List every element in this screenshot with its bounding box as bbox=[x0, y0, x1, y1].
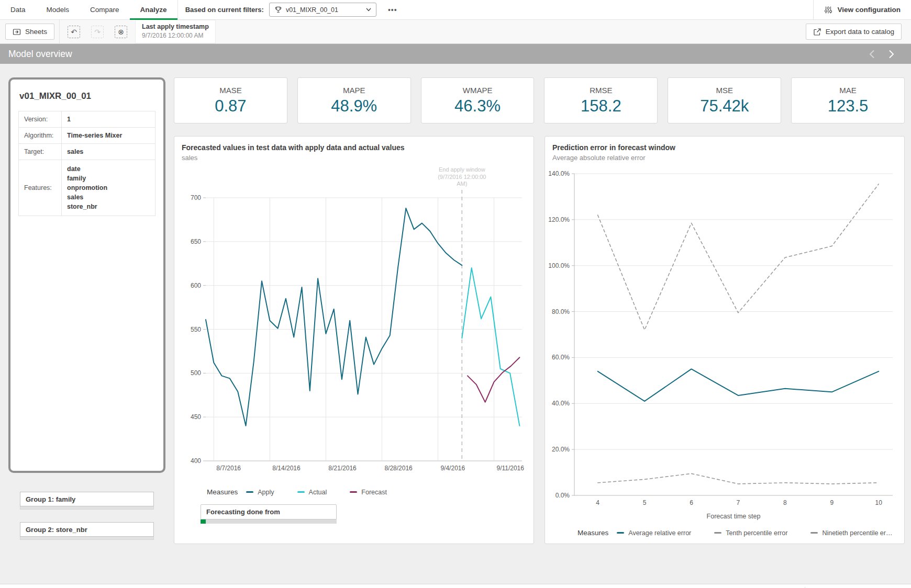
last-apply-value: 9/7/2016 12:00:00 AM bbox=[142, 31, 209, 40]
trophy-icon bbox=[274, 6, 282, 14]
tenth-percentile-error-line bbox=[598, 473, 879, 484]
model-info-table: Version:1Algorithm:Time-series MixerTarg… bbox=[18, 111, 155, 216]
forecasting-done-from-listbox[interactable]: Forecasting done from bbox=[201, 504, 337, 524]
svg-text:AM): AM) bbox=[457, 180, 467, 187]
svg-text:9/11/2016: 9/11/2016 bbox=[496, 465, 524, 472]
legend-item-ninetieth-percentile-error: Ninetieth percentile er… bbox=[810, 529, 892, 537]
metric-value: 158.2 bbox=[581, 97, 621, 116]
sliders-icon bbox=[824, 6, 832, 14]
clear-selections-icon[interactable]: ⊗ bbox=[115, 26, 127, 38]
model-info-label: Features: bbox=[19, 160, 62, 216]
selection-indicator bbox=[201, 519, 206, 524]
last-apply-label: Last apply timestamp bbox=[142, 22, 209, 31]
model-info-table-body: Version:1Algorithm:Time-series MixerTarg… bbox=[19, 111, 155, 216]
tab-data[interactable]: Data bbox=[0, 0, 36, 19]
metric-label: RMSE bbox=[590, 86, 612, 95]
charts-row: Forecasted values in test data with appl… bbox=[174, 136, 905, 544]
group-filter-2[interactable]: Group 2: store_nbr bbox=[20, 522, 154, 540]
scrollbar-strip bbox=[20, 537, 154, 540]
metric-value: 0.87 bbox=[215, 97, 246, 116]
view-configuration-top-button[interactable]: View configuration bbox=[813, 0, 911, 19]
forecast-chart-title: Forecasted values in test data with appl… bbox=[182, 143, 526, 152]
spacer bbox=[411, 0, 814, 19]
chevron-right-icon[interactable] bbox=[887, 49, 895, 60]
svg-text:6: 6 bbox=[690, 499, 693, 506]
svg-text:10: 10 bbox=[875, 499, 882, 506]
filters-label: Based on current filters: bbox=[185, 6, 264, 14]
model-info-row: Algorithm:Time-series Mixer bbox=[19, 128, 155, 144]
svg-text:4: 4 bbox=[596, 499, 599, 506]
model-info-value: datefamilyonpromotionsalesstore_nbr bbox=[62, 160, 155, 216]
group-filter-label: Group 1: family bbox=[20, 492, 154, 506]
legend-label: Ninetieth percentile er… bbox=[822, 529, 892, 537]
primary-tabs: DataModelsCompareAnalyze bbox=[0, 0, 177, 19]
group-filter-1[interactable]: Group 1: family bbox=[20, 492, 154, 510]
forecast-chart-svg[interactable]: 4004505005506006507008/7/20168/14/20168/… bbox=[182, 165, 526, 474]
model-info-label: Target: bbox=[19, 144, 62, 160]
sheet-content: v01_MIXR_00_01 Version:1Algorithm:Time-s… bbox=[0, 64, 911, 564]
metric-value: 75.42k bbox=[700, 97, 749, 116]
redo-selection-icon[interactable]: ↷ bbox=[91, 26, 104, 38]
sheets-label: Sheets bbox=[25, 28, 47, 36]
group-filter-label: Group 2: store_nbr bbox=[20, 522, 154, 537]
svg-text:80.0%: 80.0% bbox=[552, 308, 570, 315]
model-filter-dropdown[interactable]: v01_MIXR_00_01 bbox=[269, 3, 376, 17]
error-chart-title: Prediction error in forecast window bbox=[552, 143, 897, 152]
chevron-down-icon bbox=[366, 8, 371, 12]
svg-text:8: 8 bbox=[783, 499, 787, 506]
svg-text:600: 600 bbox=[191, 282, 201, 289]
legend-item-tenth-percentile-error: Tenth percentile error bbox=[714, 529, 787, 537]
svg-text:450: 450 bbox=[191, 413, 201, 421]
selected-model-filter: v01_MIXR_00_01 bbox=[286, 6, 362, 14]
feature-item: date bbox=[67, 164, 150, 174]
svg-text:8/14/2016: 8/14/2016 bbox=[272, 465, 301, 472]
legend-label: Apply bbox=[258, 489, 274, 496]
ninetieth-percentile-error-line bbox=[598, 184, 879, 330]
svg-text:5: 5 bbox=[643, 499, 647, 506]
svg-text:700: 700 bbox=[191, 194, 201, 201]
svg-text:9: 9 bbox=[830, 499, 834, 506]
svg-text:9/4/2016: 9/4/2016 bbox=[440, 465, 465, 472]
forecast-chart-card: Forecasted values in test data with appl… bbox=[174, 136, 534, 544]
legend-swatch bbox=[246, 491, 253, 493]
feature-item: sales bbox=[67, 193, 150, 202]
view-configuration-top-label: View configuration bbox=[837, 6, 901, 14]
legend-label: Actual bbox=[309, 489, 327, 496]
model-card[interactable]: v01_MIXR_00_01 Version:1Algorithm:Time-s… bbox=[8, 77, 165, 473]
tab-analyze[interactable]: Analyze bbox=[130, 0, 177, 19]
metric-card-rmse: RMSE158.2 bbox=[544, 77, 658, 123]
model-info-row: Target:sales bbox=[19, 144, 155, 160]
error-chart-svg[interactable]: 0.0%20.0%40.0%60.0%80.0%100.0%120.0%140.… bbox=[552, 165, 897, 525]
legend-swatch bbox=[617, 532, 624, 534]
legend-swatch bbox=[810, 532, 818, 534]
tab-compare[interactable]: Compare bbox=[80, 0, 130, 19]
model-info-label: Version: bbox=[19, 111, 62, 128]
more-options-button[interactable]: ••• bbox=[382, 6, 404, 14]
export-data-button[interactable]: Export data to catalog bbox=[806, 24, 902, 40]
sheet-navigation bbox=[868, 49, 903, 60]
selections-toolbar: Sheets ↶ ↷ ⊗ Last apply timestamp 9/7/20… bbox=[0, 20, 911, 44]
export-label: Export data to catalog bbox=[826, 28, 894, 36]
undo-selection-icon[interactable]: ↶ bbox=[68, 26, 80, 38]
average-relative-error-line bbox=[598, 369, 879, 401]
model-info-value: Time-series Mixer bbox=[62, 128, 155, 144]
svg-text:140.0%: 140.0% bbox=[548, 170, 570, 177]
svg-text:Forecast time step: Forecast time step bbox=[707, 513, 761, 520]
legend-item-actual: Actual bbox=[297, 489, 327, 496]
sheets-button[interactable]: Sheets bbox=[5, 24, 54, 40]
chevron-left-icon[interactable] bbox=[868, 49, 876, 60]
metric-label: MASE bbox=[219, 86, 242, 95]
svg-text:650: 650 bbox=[191, 238, 201, 245]
last-apply-timestamp-chip[interactable]: Last apply timestamp 9/7/2016 12:00:00 A… bbox=[135, 20, 216, 43]
metric-label: MAE bbox=[839, 86, 857, 95]
legend-label: Forecast bbox=[361, 489, 387, 496]
apply-line bbox=[206, 208, 462, 426]
model-card-title: v01_MIXR_00_01 bbox=[19, 91, 154, 101]
tab-models[interactable]: Models bbox=[36, 0, 80, 19]
svg-text:500: 500 bbox=[191, 369, 201, 377]
forecast-chart-legend: MeasuresApplyActualForecast bbox=[207, 488, 526, 496]
svg-text:20.0%: 20.0% bbox=[552, 446, 570, 453]
metric-label: MSE bbox=[716, 86, 733, 95]
metric-card-mase: MASE0.87 bbox=[174, 77, 287, 123]
sheet-title: Model overview bbox=[8, 49, 72, 60]
